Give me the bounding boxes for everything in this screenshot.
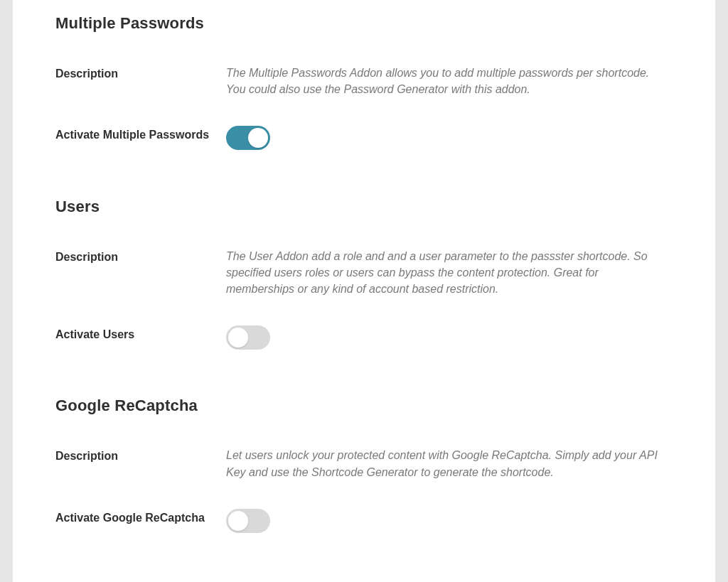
page-wrap: Multiple Passwords Description The Multi… [0, 0, 728, 582]
label-activate-users: Activate Users [55, 325, 226, 343]
row-multiple-passwords-description: Description The Multiple Passwords Addon… [55, 65, 673, 97]
row-users-activate: Activate Users [55, 325, 673, 354]
label-description: Description [55, 447, 226, 464]
row-google-recaptcha-description: Description Let users unlock your protec… [55, 447, 673, 480]
label-description: Description [55, 65, 226, 82]
section-google-recaptcha: Google ReCaptcha Description Let users u… [55, 382, 673, 537]
heading-multiple-passwords: Multiple Passwords [55, 14, 673, 33]
section-multiple-passwords: Multiple Passwords Description The Multi… [55, 0, 673, 155]
toggle-knob [228, 511, 248, 531]
toggle-activate-multiple-passwords[interactable] [226, 126, 270, 150]
heading-google-recaptcha: Google ReCaptcha [55, 397, 673, 415]
row-google-recaptcha-activate: Activate Google ReCaptcha [55, 509, 673, 537]
label-activate-multiple-passwords: Activate Multiple Passwords [55, 126, 226, 143]
heading-users: Users [55, 198, 673, 216]
text-users-description: The User Addon add a role and and a user… [226, 248, 673, 298]
toggle-activate-users[interactable] [226, 325, 270, 350]
row-multiple-passwords-activate: Activate Multiple Passwords [55, 126, 673, 154]
toggle-knob [248, 128, 268, 148]
toggle-knob [228, 328, 248, 347]
row-users-description: Description The User Addon add a role an… [55, 248, 673, 298]
label-activate-google-recaptcha: Activate Google ReCaptcha [55, 509, 226, 526]
label-description: Description [55, 248, 226, 265]
text-google-recaptcha-description: Let users unlock your protected content … [226, 447, 673, 480]
toggle-activate-google-recaptcha[interactable] [226, 509, 270, 533]
section-users: Users Description The User Addon add a r… [55, 183, 673, 355]
text-multiple-passwords-description: The Multiple Passwords Addon allows you … [226, 65, 673, 97]
settings-card: Multiple Passwords Description The Multi… [13, 0, 715, 582]
